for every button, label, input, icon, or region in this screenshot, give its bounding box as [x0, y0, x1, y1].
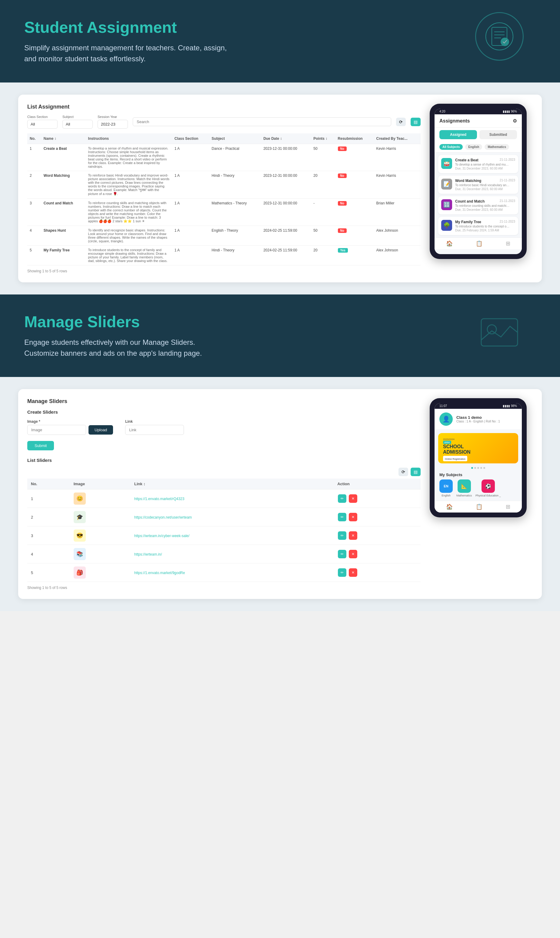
session-year-select[interactable]: 2022-23 [98, 120, 128, 129]
assignments-nav-icon[interactable]: 📋 [476, 240, 482, 247]
slider-link-anchor[interactable]: https://1.envato.market/9godRe [134, 571, 185, 575]
cell-due-date: 2024-02-25 11:59:00 [261, 246, 311, 265]
list-assignment-title: List Assignment [27, 104, 421, 110]
table-row: 3 Count and Match To reinforce counting … [27, 199, 421, 226]
slider-link-anchor[interactable]: https://codecanyon.net/user/wrteam [134, 515, 192, 520]
edit-button[interactable]: ✏ [338, 568, 346, 577]
card-icon: 📝 [441, 179, 452, 190]
create-sliders-subtitle: Create Sliders [27, 409, 421, 415]
manage-sliders-title: Manage Sliders [27, 398, 421, 404]
mathematics-chip[interactable]: Mathematics [485, 144, 509, 150]
card-content: Create a Beat 21-11-2023 To develop a se… [455, 158, 515, 170]
edit-button[interactable]: ✏ [338, 550, 346, 558]
home-nav-icon[interactable]: 🏠 [446, 240, 453, 247]
delete-button[interactable]: ✕ [349, 550, 357, 558]
assignment-tabs: Assigned Submitted [435, 128, 522, 142]
cell-class-section: 1 A [172, 226, 209, 246]
cell-instructions: To reinforce basic Hindi vocabulary and … [86, 171, 172, 199]
slider-link-anchor[interactable]: https://1.envato.market/rQ4323 [134, 497, 184, 501]
phone-nav-1: 🏠 📋 ⊞ [435, 238, 522, 249]
all-subjects-chip[interactable]: All Subjects [439, 144, 463, 150]
table-row: 2 🎓 https://codecanyon.net/user/wrteam ✏… [27, 508, 421, 526]
card-content: Word Matching 21-11-2023 To reinforce ba… [455, 179, 515, 191]
cell-name: Count and Match [41, 199, 86, 226]
card-title: Count and Match [455, 199, 485, 204]
status-bar-2: 11:07 ▮▮▮▮ 98% [435, 403, 522, 409]
card-title: My Family Tree [455, 220, 481, 224]
status-bar-1: 4:20 ▮▮▮▮ 96% [435, 109, 522, 114]
grid-view-button[interactable]: ▤ [411, 118, 421, 126]
cell-resubmission: No [335, 226, 374, 246]
cell-instructions: To develop a sense of rhythm and musical… [86, 144, 172, 171]
dot-2 [474, 467, 476, 469]
slider-link: https://codecanyon.net/user/wrteam [131, 508, 334, 526]
cell-points: 20 [311, 171, 335, 199]
sliders-refresh-button[interactable]: ⟳ [398, 467, 408, 476]
cell-subject: Dance - Practical [209, 144, 261, 171]
image-input[interactable] [27, 425, 86, 435]
grid-nav-icon[interactable]: ⊞ [506, 240, 510, 247]
cell-class-section: 1 A [172, 171, 209, 199]
refresh-button[interactable]: ⟳ [396, 118, 406, 126]
link-input[interactable] [125, 425, 184, 435]
assigned-tab[interactable]: Assigned [439, 130, 477, 139]
list-item[interactable]: 🔢 Count and Match 21-11-2023 To reinforc… [438, 196, 518, 214]
cell-due-date: 2023-12-31 00:00:00 [261, 144, 311, 171]
assignment-panel-wrapper: List Assignment Class Section All Subjec… [0, 82, 560, 295]
form-row-1: Image * Upload Link [27, 420, 421, 435]
slider-thumbnail: 🎓 [74, 511, 86, 523]
link-form-group: Link [125, 420, 184, 435]
sliders-grid-button[interactable]: ▤ [411, 467, 421, 476]
table-row: 5 🎒 https://1.envato.market/9godRe ✏ ✕ [27, 563, 421, 582]
svg-rect-6 [481, 319, 518, 346]
card-icon: 🔢 [441, 199, 452, 210]
subject-mathematics[interactable]: 📐 Mathematics [456, 480, 472, 497]
delete-button[interactable]: ✕ [349, 494, 357, 503]
phone-nav-2: 🏠 📋 ⊞ [435, 501, 522, 512]
delete-button[interactable]: ✕ [349, 531, 357, 540]
edit-button[interactable]: ✏ [338, 531, 346, 540]
hero-section-2: Manage Sliders Engage students effective… [0, 295, 560, 377]
slider-link-anchor[interactable]: https://wrteam.in/cyber-week-sale/ [134, 534, 189, 538]
subject-english[interactable]: EN English [439, 480, 453, 497]
upload-button[interactable]: Upload [88, 425, 113, 435]
grid-nav-2[interactable]: ⊞ [506, 503, 510, 510]
create-sliders-form: Create Sliders Image * Upload Link Sub [27, 409, 421, 450]
list-item[interactable]: 🥁 Create a Beat 21-11-2023 To develop a … [438, 155, 518, 173]
class-section-select[interactable]: All [27, 120, 58, 129]
col-no: No. [27, 133, 41, 144]
col-name: Name ↕ [41, 133, 86, 144]
slider-link-anchor[interactable]: https://wrteam.in/ [134, 552, 162, 557]
col-subject: Subject [209, 133, 261, 144]
list-item[interactable]: 🌳 My Family Tree 21-11-2023 To introduce… [438, 217, 518, 235]
delete-button[interactable]: ✕ [349, 568, 357, 577]
dot-4 [480, 467, 482, 469]
cell-created-by: Brian Miller [374, 199, 421, 226]
cell-subject: Mathematics - Theory [209, 199, 261, 226]
cell-created-by: Kevin Harris [374, 144, 421, 171]
list-assignment-section: List Assignment Class Section All Subjec… [27, 104, 421, 273]
search-input[interactable] [133, 117, 391, 126]
delete-button[interactable]: ✕ [349, 513, 357, 521]
slider-link: https://1.envato.market/9godRe [131, 563, 334, 582]
home-nav-2[interactable]: 🏠 [446, 503, 453, 510]
english-chip[interactable]: English [465, 144, 482, 150]
cell-no: 3 [27, 199, 41, 226]
user-info: Class 1 demo Class : 1 A - English | Rol… [456, 415, 500, 423]
list-item[interactable]: 📝 Word Matching 21-11-2023 To reinforce … [438, 176, 518, 194]
slider-image: 📚 [70, 545, 131, 563]
subject-select[interactable]: All [62, 120, 93, 129]
cell-points: 20 [311, 246, 335, 265]
table-row: 4 📚 https://wrteam.in/ ✏ ✕ [27, 545, 421, 563]
edit-button[interactable]: ✏ [338, 513, 346, 521]
hero-icon-2 [475, 307, 524, 355]
subject-physical-education[interactable]: ⚽ Physical Education _ [475, 480, 501, 497]
svg-point-0 [486, 23, 513, 50]
submit-button[interactable]: Submit [27, 441, 54, 450]
cell-name: My Family Tree [41, 246, 86, 265]
hero-section-1: Student Assignment Simplify assignment m… [0, 0, 560, 82]
assignments-nav-2[interactable]: 📋 [476, 503, 482, 510]
submitted-tab[interactable]: Submitted [479, 130, 517, 139]
filter-icon[interactable]: ⚙ [513, 118, 517, 124]
edit-button[interactable]: ✏ [338, 494, 346, 503]
